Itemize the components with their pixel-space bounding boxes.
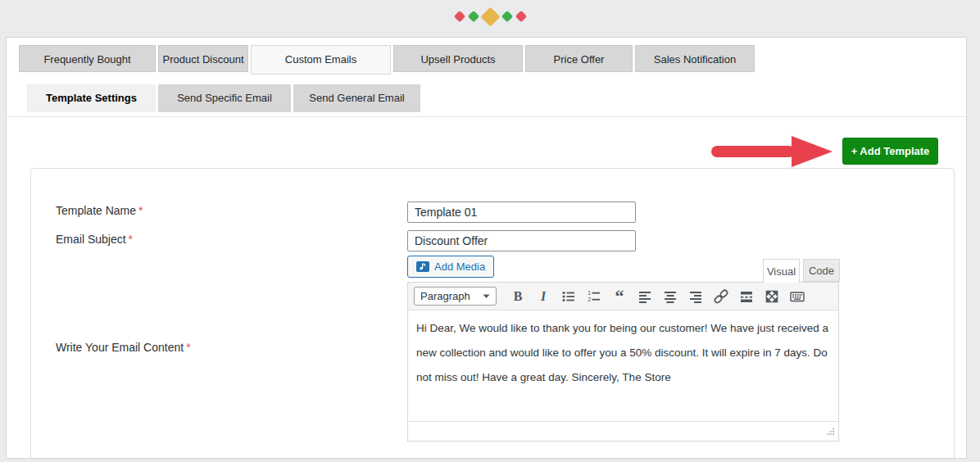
bulleted-list-icon (560, 288, 577, 305)
code-tab[interactable]: Code (803, 259, 840, 282)
numbered-list-button[interactable]: 1 2 (583, 286, 605, 306)
align-right-icon (687, 288, 704, 305)
read-more-icon (738, 288, 755, 305)
svg-text:2: 2 (588, 297, 591, 302)
blockquote-button[interactable]: “ (608, 286, 630, 306)
logo-diamond-green-1 (467, 11, 479, 22)
align-right-button[interactable] (684, 286, 706, 306)
insert-link-button[interactable] (710, 286, 732, 306)
main-tabs: Frequently Bought Product Discount Custo… (19, 45, 755, 75)
align-left-icon (637, 288, 653, 305)
svg-text:1: 1 (588, 290, 591, 296)
align-center-button[interactable] (659, 286, 681, 306)
blockquote-icon: “ (611, 288, 628, 305)
tab-frequently-bought[interactable]: Frequently Bought (19, 45, 156, 72)
media-icon (416, 261, 429, 272)
logo-diamond-red-1 (453, 11, 465, 22)
template-name-label-text: Template Name (56, 204, 136, 217)
required-asterisk: * (129, 233, 133, 246)
required-asterisk: * (138, 204, 143, 217)
chevron-down-icon (483, 294, 490, 299)
email-content-textarea[interactable]: Hi Dear, We would like to thank you for … (408, 310, 838, 421)
tab-upsell-products[interactable]: Upsell Products (393, 45, 523, 72)
template-name-input[interactable] (407, 202, 636, 223)
bulleted-list-button[interactable] (557, 286, 579, 306)
paragraph-select-label: Paragraph (420, 290, 470, 302)
svg-text:“: “ (615, 288, 624, 305)
tab-price-offer[interactable]: Price Offer (525, 45, 633, 72)
logo-diamond-gold (480, 7, 500, 26)
template-form: Template Name* Email Subject* Write Your… (30, 168, 955, 459)
email-content-editor: Paragraph B I (407, 282, 839, 442)
subtab-send-general-email[interactable]: Send General Email (293, 84, 420, 112)
subtab-template-settings[interactable]: Template Settings (27, 84, 156, 112)
email-content-label: Write Your Email Content* (56, 341, 191, 354)
required-asterisk: * (186, 341, 190, 354)
link-icon (713, 288, 729, 305)
fullscreen-button[interactable] (760, 286, 783, 306)
svg-text:B: B (513, 289, 522, 303)
editor-toolbar: Paragraph B I (408, 283, 838, 310)
email-content-label-text: Write Your Email Content (56, 341, 184, 354)
logo-diamond-green-2 (501, 11, 512, 22)
fullscreen-icon (764, 288, 780, 305)
email-subject-input[interactable] (407, 230, 636, 251)
tabs-divider (7, 116, 966, 117)
align-center-icon (662, 288, 678, 305)
sub-tabs: Template Settings Send Specific Email Se… (27, 84, 420, 112)
italic-button[interactable]: I (532, 286, 554, 306)
logo-diamond-red-2 (515, 11, 526, 22)
add-template-button[interactable]: + Add Template (842, 138, 938, 165)
editor-status-bar (408, 421, 838, 441)
bold-button[interactable]: B (506, 286, 529, 306)
add-media-label: Add Media (434, 260, 485, 273)
read-more-button[interactable] (735, 286, 757, 306)
tab-custom-emails[interactable]: Custom Emails (251, 45, 391, 75)
subtab-send-specific-email[interactable]: Send Specific Email (158, 84, 291, 112)
visual-tab[interactable]: Visual (763, 259, 800, 283)
svg-text:I: I (539, 289, 546, 303)
email-subject-label: Email Subject* (56, 233, 133, 246)
numbered-list-icon: 1 2 (586, 288, 602, 305)
red-arrow-annotation (710, 134, 834, 170)
template-name-label: Template Name* (56, 204, 143, 217)
tab-product-discount[interactable]: Product Discount (158, 45, 248, 72)
bold-icon: B (510, 288, 526, 305)
plugin-logo (0, 7, 980, 26)
add-media-button[interactable]: Add Media (407, 256, 494, 278)
tab-sales-notification[interactable]: Sales Notification (635, 45, 755, 72)
paragraph-format-select[interactable]: Paragraph (414, 287, 497, 306)
align-left-button[interactable] (633, 286, 656, 306)
resize-handle[interactable] (826, 427, 835, 436)
settings-panel: Frequently Bought Product Discount Custo… (6, 37, 967, 459)
toolbar-toggle-button[interactable] (786, 286, 808, 306)
email-subject-label-text: Email Subject (56, 233, 126, 246)
italic-icon: I (535, 288, 551, 305)
toolbar-toggle-icon (789, 288, 805, 305)
